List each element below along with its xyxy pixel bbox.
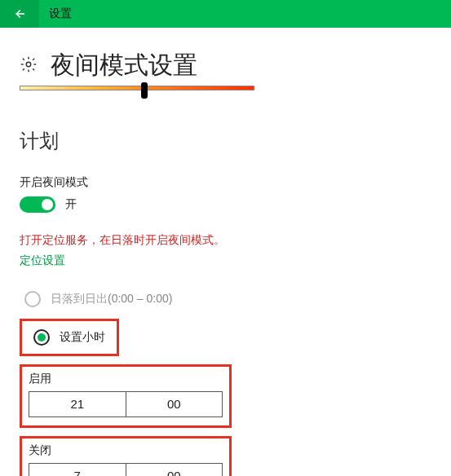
location-settings-link[interactable]: 定位设置 bbox=[20, 253, 65, 268]
time-on-label: 启用 bbox=[29, 372, 223, 386]
time-off-label: 关闭 bbox=[29, 443, 223, 458]
time-on-minute[interactable]: 00 bbox=[126, 391, 223, 417]
app-header: 设置 bbox=[0, 0, 451, 28]
radio-inner-dot bbox=[38, 333, 46, 342]
radio-manual-label: 设置小时 bbox=[60, 330, 105, 345]
enable-night-mode-label: 开启夜间模式 bbox=[20, 175, 431, 190]
slider-thumb[interactable] bbox=[141, 82, 148, 99]
gear-icon bbox=[20, 55, 38, 77]
time-off-minute[interactable]: 00 bbox=[126, 463, 223, 476]
svg-point-1 bbox=[26, 62, 31, 67]
page-title: 夜间模式设置 bbox=[51, 49, 197, 82]
section-schedule-title: 计划 bbox=[20, 128, 431, 154]
arrow-left-icon bbox=[12, 7, 27, 21]
radio-sunset-row[interactable]: 日落到日出(0:00 – 0:00) bbox=[20, 288, 431, 311]
location-warning-text: 打开定位服务，在日落时开启夜间模式。 bbox=[20, 232, 431, 249]
intensity-slider[interactable] bbox=[20, 86, 254, 90]
radio-manual-row[interactable]: 设置小时 bbox=[29, 326, 110, 349]
time-off-hour[interactable]: 7 bbox=[29, 463, 126, 476]
radio-sunset[interactable] bbox=[24, 291, 41, 307]
time-on-block: 启用 21 00 bbox=[20, 364, 232, 428]
toggle-state-label: 开 bbox=[65, 197, 77, 212]
radio-sunset-label: 日落到日出(0:00 – 0:00) bbox=[51, 292, 172, 306]
radio-manual[interactable] bbox=[33, 329, 50, 346]
back-button[interactable] bbox=[0, 0, 39, 28]
time-on-hour[interactable]: 21 bbox=[29, 391, 126, 417]
header-title: 设置 bbox=[49, 7, 72, 21]
night-mode-toggle[interactable] bbox=[20, 196, 55, 213]
time-off-block: 关闭 7 00 bbox=[20, 436, 232, 476]
toggle-knob bbox=[42, 199, 53, 210]
